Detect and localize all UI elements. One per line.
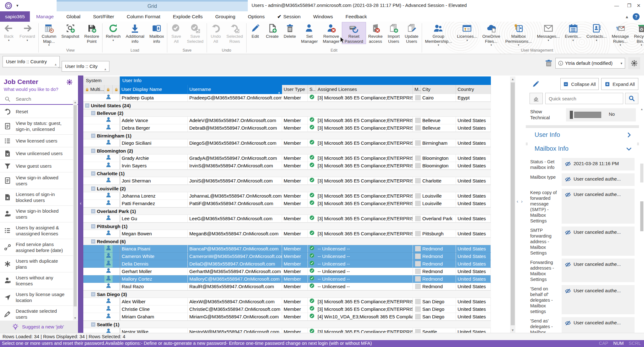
collapse-group-icon[interactable]: −: [91, 292, 95, 296]
quick-search-input[interactable]: [545, 93, 623, 104]
sidebar-collapse-chevron[interactable]: ‹: [78, 199, 83, 208]
ribbon-tab-options[interactable]: Options: [242, 11, 271, 22]
help-icon[interactable]: ?: [633, 13, 640, 20]
job-center-settings-gear-icon[interactable]: [66, 79, 73, 86]
show-technical-toggle[interactable]: No: [566, 108, 636, 121]
contacts-button[interactable]: Contacts...▾: [584, 22, 609, 42]
save-all-button[interactable]: SaveAll: [168, 22, 184, 44]
group-by-city-pill[interactable]: User Info :: City▲: [62, 61, 109, 72]
layout-selector-dropdown[interactable]: Ytria default (modified) ▾: [555, 58, 625, 69]
table-row[interactable]: Alex WilberAlexW@M365x558947.OnMicrosoft…: [83, 298, 491, 305]
table-row[interactable]: Megan BowenMeganB@M365x558947.OnMicrosof…: [83, 230, 491, 238]
job-search-input[interactable]: [15, 95, 69, 103]
edit-values-button[interactable]: [530, 78, 542, 90]
update-users-button[interactable]: UpdateUsers: [402, 22, 421, 44]
column-header-user-display-name[interactable]: User Display Name: [120, 85, 188, 94]
ribbon-tab-manage[interactable]: Manage: [30, 11, 60, 22]
snapshot-button[interactable]: Snapshot: [59, 22, 82, 39]
panel-splitter[interactable]: ‹ ›: [515, 76, 526, 333]
message-rules-button[interactable]: MessageRules...▾: [609, 22, 631, 46]
suggest-job-button[interactable]: Suggest a new 'job': [0, 321, 78, 333]
column-header-s[interactable]: S...: [308, 85, 316, 94]
table-row[interactable]: Joni ShermanJoniS@M365x558947.OnMicrosof…: [83, 177, 491, 185]
sidebar-item-users-without-any-licenses[interactable]: Users without any licenses: [0, 272, 73, 289]
collapse-group-icon[interactable]: −: [91, 322, 95, 327]
scroll-down-icon[interactable]: ▼: [510, 327, 515, 333]
collapse-group-icon[interactable]: −: [91, 224, 95, 228]
table-row[interactable]: Lee GuLeeG@M365x558947.OnMicrosoft.comMe…: [83, 215, 491, 222]
table-row[interactable]: Christie ClineChristieC@M365x558947.OnMi…: [83, 305, 491, 313]
back-button[interactable]: Back▾: [1, 22, 17, 42]
refresh-button[interactable]: Refresh▾: [103, 22, 123, 42]
field-value[interactable]: User canceled authe...: [562, 173, 635, 186]
sidebar-item-view-guest-users[interactable]: View guest users: [0, 160, 73, 172]
table-row[interactable]: Grady ArchieGradyA@M365x558947.OnMicroso…: [83, 154, 491, 162]
scroll-up-icon[interactable]: ▲: [640, 107, 644, 111]
close-button[interactable]: ✕: [634, 2, 643, 9]
ribbon-tab-sort-filter[interactable]: Sort/Filter: [87, 11, 120, 22]
table-row[interactable]: Nestor WilkeNestorW@M365x558947.OnMicros…: [83, 328, 491, 333]
collapse-group-icon[interactable]: −: [91, 134, 95, 138]
scrollbar-thumb[interactable]: [74, 105, 77, 306]
chevron-right-icon[interactable]: [625, 131, 633, 140]
grid-scrollbar[interactable]: ▲ ▼: [510, 76, 515, 333]
toggle-knob[interactable]: [570, 111, 573, 119]
scrollbar-thumb[interactable]: [511, 82, 515, 325]
collapse-ribbon-icon[interactable]: ▲: [625, 14, 629, 19]
field-value[interactable]: User canceled authe...: [562, 285, 635, 314]
table-row[interactable]: Delia DennisDeliaD@M365x558947.OnMicroso…: [83, 260, 491, 268]
mailbox-info-button[interactable]: Mailboxinfo: [147, 22, 167, 44]
collapse-group-icon[interactable]: −: [91, 111, 95, 115]
collapse-group-icon[interactable]: −: [91, 171, 95, 176]
column-header-assigned-licenses[interactable]: Assigned Licenses: [316, 85, 413, 94]
mailbox-permissions-button[interactable]: MailboxPermissions...▾: [503, 22, 535, 46]
field-value[interactable]: User canceled authe...: [562, 259, 635, 282]
column-header-lock-2[interactable]: [113, 85, 120, 94]
grid-document-tab[interactable]: Grid: [57, 0, 248, 11]
additional-info-button[interactable]: Additionalinfo: [123, 22, 147, 44]
panel-search-button[interactable]: [625, 93, 638, 104]
field-value[interactable]: 2021-03-28 11:16 PM: [562, 158, 635, 171]
chevron-down-icon[interactable]: [625, 145, 633, 154]
table-row[interactable]: Raul RazoRaulR@M365x558947.OnMicrosoft.c…: [83, 283, 491, 290]
sidebar-item-view-licensed-users[interactable]: View licensed users: [0, 135, 73, 147]
section-mailbox-info[interactable]: Mailbox Info: [528, 142, 637, 156]
restore-button[interactable]: ❐: [625, 2, 634, 9]
ribbon-tab-sapio365[interactable]: sapio365: [0, 11, 30, 22]
collapse-group-icon[interactable]: −: [91, 239, 95, 243]
ribbon-tab-windows[interactable]: Windows: [307, 11, 339, 22]
scrollbar-thumb[interactable]: [640, 164, 643, 182]
collapse-all-button[interactable]: Collapse All: [560, 78, 599, 90]
panel-scrollbar[interactable]: ▲: [640, 107, 644, 333]
sidebar-item-view-sign-in-blocked-users[interactable]: View sign-in blocked users: [0, 206, 73, 222]
splitter-left-chevron[interactable]: ‹: [517, 199, 518, 204]
sidebar-item-view-sign-in-allowed-users[interactable]: View sign-in allowed users: [0, 172, 73, 189]
table-row[interactable]: Adele VanceAdeleV@M365x558947.OnMicrosof…: [83, 117, 491, 124]
events-button[interactable]: Events...▾: [562, 22, 584, 42]
save-selected-button[interactable]: SaveSelected: [184, 22, 206, 44]
table-row[interactable]: Gerhart MollerGerhartM@M365x558947.OnMic…: [83, 268, 491, 275]
column-header-city[interactable]: City: [421, 85, 456, 94]
sidebar-item-view-unlicensed-users[interactable]: View unlicensed users: [0, 147, 73, 160]
quick-access-caret-icon[interactable]: ▾: [16, 3, 19, 8]
selected-rows-button[interactable]: SelectedRows: [224, 22, 246, 44]
collapse-group-icon[interactable]: −: [91, 187, 95, 191]
field-value[interactable]: User canceled authe...: [562, 227, 635, 256]
ribbon-tab-feedback[interactable]: Feedback: [339, 11, 373, 22]
field-value[interactable]: User canceled authe...: [562, 189, 635, 224]
delete-button[interactable]: Delete: [281, 22, 298, 39]
collapse-group-icon[interactable]: −: [91, 149, 95, 153]
column-header-country[interactable]: Country: [456, 85, 491, 94]
collapse-group-icon[interactable]: −: [85, 104, 89, 108]
sidebar-item-users-by-assigned-unassigned-licenses[interactable]: Users by assigned & unassigned licenses: [0, 222, 73, 239]
ribbon-tab-global[interactable]: Global: [60, 11, 87, 22]
table-row[interactable]: Irvin SayersIrvinS@M365x558947.OnMicroso…: [83, 162, 491, 170]
table-row[interactable]: Mallory CortezMalloryC@M365x558947.OnMic…: [83, 275, 491, 283]
sidebar-item-view-by-status-guest-sign-in-unlicensed[interactable]: View by status: guest, sign-in, unlicens…: [0, 118, 73, 135]
column-map-button[interactable]: ColumnMap...▾: [39, 22, 59, 46]
sidebar-item-users-with-duplicate-plans[interactable]: Users with duplicate plans: [0, 256, 73, 272]
set-manager-button[interactable]: SetManager: [298, 22, 320, 44]
delete-layout-icon[interactable]: [545, 59, 553, 67]
section-user-info[interactable]: User Info: [528, 128, 637, 143]
ribbon-tab-column-format[interactable]: Column Format: [120, 11, 167, 22]
